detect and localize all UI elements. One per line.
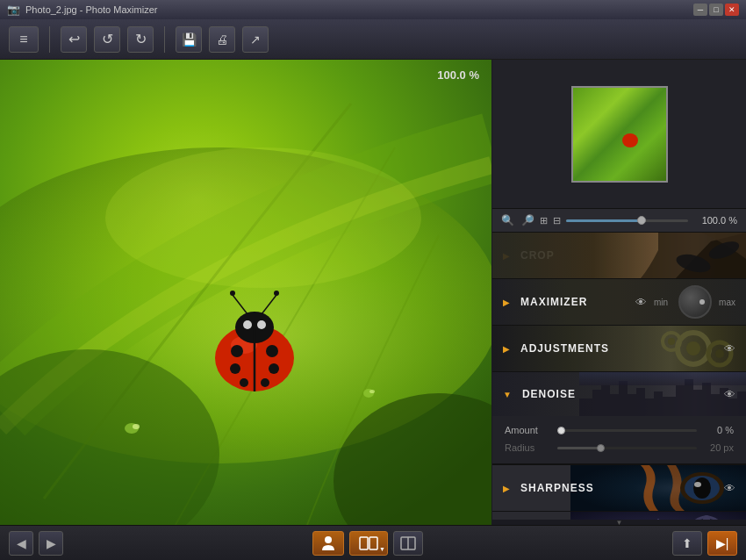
compare-dropdown-icon: ▼: [379, 546, 385, 552]
svg-point-15: [243, 320, 252, 329]
undo2-icon: ↺: [102, 31, 113, 47]
undo-button[interactable]: ↩: [61, 26, 87, 53]
svg-point-12: [269, 363, 279, 374]
denoise-section-header[interactable]: ▼ DENOISE 👁: [492, 372, 746, 416]
thumbnail-area: [492, 60, 746, 209]
radius-fill: [557, 447, 599, 449]
photo-area: 100.0 %: [0, 60, 491, 525]
prev-button[interactable]: ◀: [9, 531, 33, 556]
menu-icon: ≡: [19, 32, 27, 47]
radius-row: Radius 20 px: [492, 439, 746, 456]
maximizer-knob[interactable]: [678, 285, 712, 319]
amount-value: 0 %: [704, 425, 734, 435]
amount-thumb[interactable]: [557, 427, 565, 434]
svg-point-11: [230, 363, 240, 374]
maximizer-eye-icon[interactable]: 👁: [635, 296, 647, 309]
filmgrain-section-header[interactable]: ▶ FILM GRAIN 👁: [492, 512, 746, 520]
save-button[interactable]: 💾: [176, 26, 202, 53]
person-tool-button[interactable]: [312, 531, 344, 556]
knob-indicator: [699, 299, 705, 305]
export-button[interactable]: ↗: [242, 26, 269, 53]
zoom-slider-thumb[interactable]: [637, 216, 646, 225]
denoise-eye-icon[interactable]: 👁: [724, 388, 735, 401]
redo-button[interactable]: ↻: [127, 26, 154, 53]
maximizer-max-label: max: [719, 298, 735, 307]
amount-slider[interactable]: [557, 429, 697, 432]
svg-rect-57: [360, 537, 368, 549]
toolbar: ≡ ↩ ↺ ↻ 💾 🖨 ↗: [0, 19, 746, 60]
zoom-in-icon[interactable]: 🔎: [521, 214, 534, 226]
thumbnail-image: [573, 88, 666, 181]
sharpness-section: ▶ SHARPNESS 👁: [492, 465, 746, 512]
sharpness-eye-icon[interactable]: 👁: [724, 482, 735, 495]
zoom-reset-icon[interactable]: ⊟: [553, 215, 561, 226]
svg-point-13: [240, 378, 248, 387]
save-icon: 💾: [182, 32, 197, 47]
adjustments-section-header[interactable]: ▶ ADJUSTMENTS 👁: [492, 326, 746, 371]
close-button[interactable]: ✕: [725, 4, 739, 16]
panel-sections: ▶ CROP ▶ MAXIMIZER 👁 min max: [492, 233, 746, 520]
next-button[interactable]: ▶: [39, 531, 63, 556]
svg-rect-58: [369, 537, 377, 549]
filmgrain-section: ▶ FILM GRAIN 👁: [492, 512, 746, 520]
adjustments-label: ADJUSTMENTS: [520, 342, 717, 355]
adjustments-eye-icon[interactable]: 👁: [724, 342, 735, 355]
title-bar-buttons: ─ □ ✕: [693, 4, 739, 16]
thumbnail-frame: [571, 86, 668, 183]
zoom-value: 100.0 %: [693, 215, 737, 226]
denoise-expand-icon: ▼: [503, 390, 512, 399]
denoise-section: ▼ DENOISE 👁 Amount 0 % Radi: [492, 372, 746, 465]
toolbar-separator-2: [164, 26, 165, 53]
sharpness-section-header[interactable]: ▶ SHARPNESS 👁: [492, 465, 746, 511]
right-panel: 🔍 🔎 ⊞ ⊟ 100.0 %: [491, 60, 746, 525]
export-icon: ↗: [250, 32, 261, 47]
person-icon: [320, 535, 336, 551]
zoom-out-icon[interactable]: 🔍: [501, 214, 514, 226]
maximizer-expand-icon: ▶: [503, 298, 510, 307]
svg-point-16: [257, 320, 266, 329]
maximizer-section: ▶ MAXIMIZER 👁 min max: [492, 279, 746, 326]
amount-label: Amount: [505, 425, 550, 435]
compare-tool-button[interactable]: ▼: [349, 531, 388, 556]
maximize-button[interactable]: □: [709, 4, 723, 16]
zoom-controls: 🔍 🔎 ⊞ ⊟ 100.0 %: [492, 209, 746, 233]
svg-point-20: [274, 291, 279, 296]
maximizer-section-header[interactable]: ▶ MAXIMIZER 👁 min max: [492, 279, 746, 325]
crop-section-header[interactable]: ▶ CROP: [492, 233, 746, 278]
radius-slider[interactable]: [557, 447, 697, 449]
app-icon: 📷: [7, 4, 20, 16]
fit-icon[interactable]: ⊞: [540, 215, 548, 226]
minimize-button[interactable]: ─: [693, 4, 707, 16]
menu-button[interactable]: ≡: [9, 26, 39, 53]
zoom-slider[interactable]: [566, 219, 688, 222]
svg-rect-33: [579, 372, 746, 385]
svg-point-10: [266, 345, 278, 357]
print-button[interactable]: 🖨: [209, 26, 235, 53]
zoom-slider-fill: [566, 219, 639, 222]
print-icon: 🖨: [216, 32, 228, 47]
maximizer-min-label: min: [654, 298, 668, 307]
svg-point-4: [105, 147, 421, 288]
adjustments-section: ▶ ADJUSTMENTS 👁: [492, 326, 746, 372]
crop-section: ▶ CROP: [492, 233, 746, 279]
svg-rect-39: [570, 512, 746, 520]
prev-icon: ◀: [17, 536, 26, 550]
maximizer-label: MAXIMIZER: [520, 296, 628, 308]
exit-button[interactable]: ▶|: [707, 531, 737, 556]
svg-point-56: [325, 536, 332, 543]
window-title: Photo_2.jpg - Photo Maximizer: [25, 4, 157, 15]
svg-point-24: [369, 390, 375, 393]
redo-icon: ↻: [135, 31, 147, 47]
undo-icon: ↩: [68, 31, 80, 47]
toolbar-separator-1: [49, 26, 50, 53]
amount-row: Amount 0 %: [492, 421, 746, 439]
radius-value: 20 px: [704, 442, 734, 453]
sharpness-expand-icon: ▶: [503, 484, 510, 493]
undo2-button[interactable]: ↺: [94, 26, 120, 53]
split-tool-button[interactable]: [393, 531, 423, 556]
exit-icon: ▶|: [716, 536, 729, 550]
bottom-bar: ◀ ▶ ▼ ⬆ ▶|: [0, 525, 746, 560]
upload-button[interactable]: ⬆: [672, 531, 702, 556]
denoise-label: DENOISE: [522, 388, 717, 400]
radius-thumb[interactable]: [597, 444, 605, 452]
